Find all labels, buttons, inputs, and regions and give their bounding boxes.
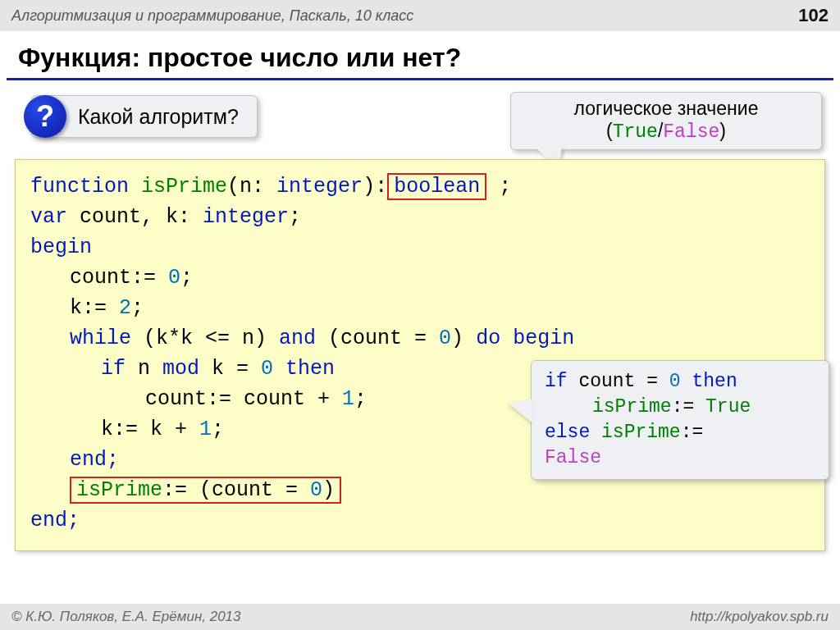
t: count = <box>568 371 669 392</box>
kw-if2: if <box>545 371 568 392</box>
t: ) <box>451 326 476 350</box>
code-line-4: count:= 0; <box>30 262 810 293</box>
num: 0 <box>310 478 322 502</box>
t: ; <box>486 175 511 199</box>
t: ; <box>289 205 301 229</box>
callout-pointer-icon <box>509 399 533 423</box>
t: k:= k + <box>101 418 199 441</box>
code-line-3: begin <box>30 232 810 262</box>
t: := <box>672 396 705 418</box>
code-line-1: function isPrime(n: integer):boolean ; <box>30 171 810 202</box>
page-number: 102 <box>798 5 829 26</box>
code-area: function isPrime(n: integer):boolean ; v… <box>15 159 825 551</box>
kw-dobegin: do begin <box>476 326 574 350</box>
boolean-highlight: boolean <box>387 173 486 200</box>
t: ; <box>180 266 193 290</box>
kw-integer: integer <box>276 175 363 199</box>
fn-name: isPrime <box>141 175 227 199</box>
num: 2 <box>119 296 131 320</box>
num: 0 <box>168 266 180 290</box>
t: k = <box>199 357 261 381</box>
course-label: Алгоритмизация и программирование, Паска… <box>11 7 413 25</box>
question-text: Какой алгоритм? <box>66 105 257 129</box>
question-box: ? Какой алгоритм? <box>31 95 258 138</box>
kw-if: if <box>101 357 126 381</box>
t <box>590 422 601 443</box>
kw-while: while <box>70 326 131 350</box>
t <box>273 357 285 381</box>
question-row: ? Какой алгоритм? логическое значение (T… <box>31 95 829 146</box>
topbar: Алгоритмизация и программирование, Паска… <box>0 0 840 31</box>
false-label: False <box>663 121 719 143</box>
code-line-6: while (k*k <= n) and (count = 0) do begi… <box>30 323 810 354</box>
t: ; <box>212 418 224 441</box>
alt-line-4: False <box>545 445 815 471</box>
num: 0 <box>439 326 451 350</box>
kw-function: function <box>30 175 129 199</box>
paren-open: ( <box>606 120 613 141</box>
t: k:= <box>70 296 119 320</box>
num: 1 <box>342 387 354 411</box>
true-label: True <box>613 121 658 143</box>
t: (k*k <= n) <box>131 326 279 350</box>
t: (n: <box>227 175 276 199</box>
true-val: True <box>705 396 751 418</box>
t: := <box>681 422 704 443</box>
kw-then: then <box>285 357 335 381</box>
kw-else: else <box>545 422 590 443</box>
kw-end: end; <box>70 448 119 472</box>
t: ) <box>322 478 335 502</box>
code-line-12: end; <box>30 505 810 536</box>
kw-then2: then <box>692 371 737 392</box>
kw-and: and <box>279 326 316 350</box>
alt-callout: if count = 0 then isPrime:= True else is… <box>531 360 829 480</box>
question-mark-icon: ? <box>24 95 66 138</box>
fn-name3: isPrime <box>592 396 672 418</box>
t: n <box>126 357 162 381</box>
kw-mod: mod <box>162 357 199 381</box>
code-line-2: var count, k: integer; <box>30 202 810 232</box>
num: 1 <box>199 418 212 441</box>
footer: © К.Ю. Поляков, Е.А. Ерёмин, 2013 http:/… <box>0 604 840 630</box>
boolean-callout-line1: логическое значение <box>526 98 806 120</box>
t: (count = <box>316 326 439 350</box>
alt-line-1: if count = 0 then <box>545 369 815 395</box>
fn-name4: isPrime <box>601 422 681 443</box>
t: count:= count + <box>145 387 342 411</box>
num: 0 <box>261 357 273 381</box>
alt-line-3: else isPrime:= <box>545 420 815 445</box>
t: count, k: <box>67 205 203 229</box>
boolean-callout-line2: (True/False) <box>526 120 806 143</box>
t: := (count = <box>162 478 310 502</box>
footer-right: http://kpolyakov.spb.ru <box>690 609 829 625</box>
kw-integer2: integer <box>203 205 289 229</box>
t: count:= <box>70 266 168 290</box>
false-val: False <box>545 447 601 468</box>
t: ): <box>363 175 387 199</box>
kw-var: var <box>30 205 67 229</box>
num: 0 <box>669 371 681 392</box>
paren-close: ) <box>719 120 726 141</box>
code-line-5: k:= 2; <box>30 293 810 323</box>
footer-left: © К.Ю. Поляков, Е.А. Ерёмин, 2013 <box>11 609 241 625</box>
kw-end2: end; <box>30 509 80 532</box>
t: ; <box>354 387 367 411</box>
t: ; <box>131 296 144 320</box>
alt-line-2: isPrime:= True <box>545 395 815 420</box>
boolean-callout: логическое значение (True/False) <box>510 92 822 150</box>
kw-begin: begin <box>30 235 92 259</box>
fn-name2: isPrime <box>76 478 162 502</box>
page-title: Функция: простое число или нет? <box>7 31 833 80</box>
t <box>681 371 692 392</box>
